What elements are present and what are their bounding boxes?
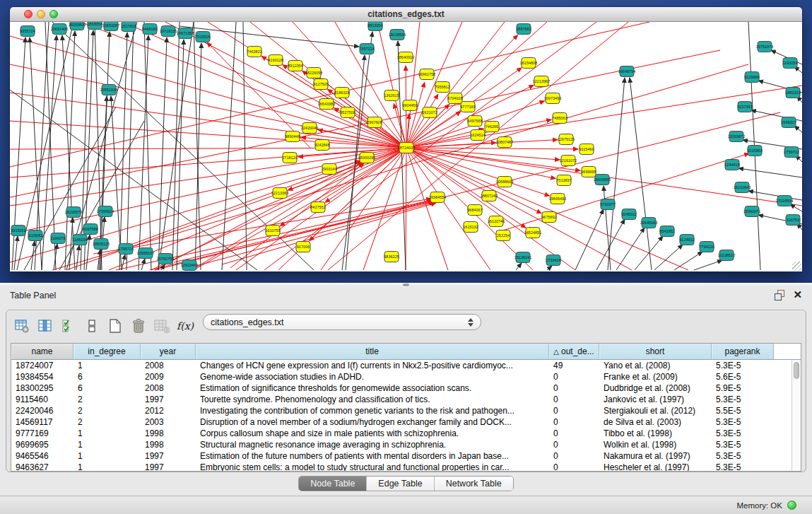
graph-node[interactable]: 8341952 bbox=[659, 226, 674, 237]
column-header-short[interactable]: short bbox=[599, 344, 712, 359]
graph-node[interactable]: 1795723 bbox=[118, 244, 133, 255]
graph-node[interactable]: 1610755 bbox=[265, 226, 280, 236]
graph-node[interactable]: 10238510 bbox=[718, 250, 735, 261]
graph-node[interactable]: 10653287 bbox=[102, 22, 119, 31]
close-panel-icon[interactable]: ✕ bbox=[793, 290, 802, 300]
table-row[interactable]: 1872400712008Changes of HCN gene express… bbox=[11, 360, 792, 371]
graph-node[interactable]: 9227343 bbox=[737, 102, 752, 112]
graph-node[interactable]: 1759702 bbox=[784, 147, 799, 158]
graph-node[interactable]: 10973493 bbox=[544, 93, 561, 104]
graph-node[interactable]: 7485063 bbox=[552, 113, 567, 124]
graph-node[interactable]: 9245012 bbox=[621, 209, 636, 220]
new-table-button[interactable] bbox=[105, 316, 125, 336]
graph-node[interactable]: 18300295 bbox=[358, 153, 375, 163]
graph-node[interactable]: 9777169 bbox=[460, 102, 475, 112]
graph-node[interactable]: 3915051 bbox=[11, 226, 25, 236]
graph-node[interactable]: 7794120 bbox=[699, 242, 714, 252]
graph-node[interactable]: 9684067 bbox=[467, 205, 482, 216]
graph-node[interactable]: 16210643 bbox=[734, 182, 751, 193]
graph-node[interactable]: 7515526 bbox=[195, 32, 210, 42]
graph-node[interactable]: 9215953 bbox=[747, 146, 762, 156]
graph-node[interactable]: 12093872 bbox=[728, 132, 745, 142]
graph-node[interactable]: 10688609 bbox=[496, 177, 513, 187]
graph-node[interactable]: 8912354 bbox=[288, 61, 302, 71]
graph-node[interactable]: 116753 bbox=[786, 215, 800, 226]
graph-node[interactable]: 18724007 bbox=[398, 143, 415, 153]
graph-node[interactable]: 15751074 bbox=[756, 42, 773, 52]
tab-node-table[interactable]: Node Table bbox=[299, 477, 366, 491]
graph-node[interactable]: 252254 bbox=[496, 230, 510, 241]
import-table-button[interactable] bbox=[152, 316, 172, 336]
column-header-out_de[interactable]: △out_de... bbox=[549, 344, 599, 359]
graph-node[interactable]: 10958107 bbox=[137, 248, 154, 259]
table-settings-button[interactable] bbox=[12, 316, 32, 336]
graph-node[interactable]: 16409955 bbox=[594, 175, 611, 185]
graph-node[interactable]: 9127505 bbox=[313, 79, 328, 90]
graph-node[interactable]: 1145194 bbox=[72, 235, 87, 245]
graph-node[interactable]: 9836225 bbox=[384, 252, 399, 262]
graph-node[interactable]: 9124502 bbox=[679, 235, 694, 245]
graph-node[interactable]: 12161072 bbox=[560, 156, 577, 166]
window-close-button[interactable] bbox=[24, 10, 33, 18]
graph-node[interactable]: 2718120 bbox=[282, 153, 297, 163]
graph-node[interactable]: 10719135 bbox=[160, 26, 177, 37]
graph-node[interactable]: 12923449 bbox=[181, 260, 198, 271]
graph-node[interactable]: 8186328 bbox=[334, 88, 349, 98]
graph-node[interactable]: 9890448 bbox=[285, 132, 300, 142]
graph-node[interactable]: 18226058 bbox=[305, 68, 322, 78]
table-scrollbar[interactable] bbox=[792, 360, 801, 471]
graph-node[interactable]: 19384554 bbox=[429, 192, 446, 203]
graph-node[interactable]: 18807249 bbox=[481, 191, 498, 201]
graph-node[interactable]: 15136141 bbox=[514, 252, 531, 263]
graph-node[interactable]: 1615132 bbox=[463, 222, 478, 233]
table-scrollbar-thumb[interactable] bbox=[794, 362, 799, 379]
graph-node[interactable]: 12975125 bbox=[558, 134, 575, 145]
graph-node[interactable]: 7955812 bbox=[435, 82, 449, 93]
graph-node[interactable]: 9242848 bbox=[314, 140, 329, 151]
row-height-button[interactable] bbox=[82, 316, 102, 336]
graph-node[interactable]: 1115682 bbox=[28, 230, 43, 241]
column-header-year[interactable]: year bbox=[141, 344, 196, 359]
graph-node[interactable]: 9160128 bbox=[268, 55, 283, 66]
graph-node[interactable]: 15992071 bbox=[743, 206, 760, 217]
table-row[interactable]: 946362711997Embryonic stem cells: a mode… bbox=[11, 462, 792, 471]
graph-node[interactable]: 14671358 bbox=[177, 28, 194, 39]
graph-node[interactable]: 6497568 bbox=[467, 116, 482, 127]
table-row[interactable]: 1830029562008Estimation of significance … bbox=[11, 382, 792, 394]
graph-node[interactable]: 14524851 bbox=[524, 228, 541, 238]
window-minimize-button[interactable] bbox=[37, 10, 45, 18]
graph-node[interactable]: 6794028 bbox=[447, 93, 462, 104]
graph-node[interactable]: 9115460 bbox=[579, 144, 594, 155]
graph-node[interactable]: 1527602 bbox=[121, 22, 136, 32]
graph-node[interactable]: 8427552 bbox=[310, 202, 325, 213]
delete-table-button[interactable] bbox=[129, 316, 148, 336]
graph-node[interactable]: 16120746 bbox=[488, 216, 505, 227]
column-header-pagerank[interactable]: pagerank bbox=[712, 344, 774, 359]
table-row[interactable]: 969969511998Structural magnetic resonanc… bbox=[11, 439, 792, 450]
tab-edge-table[interactable]: Edge Table bbox=[366, 477, 433, 491]
graph-node[interactable]: 12213363 bbox=[271, 188, 288, 199]
graph-node[interactable]: 7463822 bbox=[247, 47, 261, 57]
graph-node[interactable]: 9675692 bbox=[541, 212, 556, 223]
select-column-button[interactable] bbox=[35, 316, 55, 336]
graph-node[interactable]: 16154808 bbox=[520, 58, 537, 69]
column-header-in_degree[interactable]: in_degree bbox=[73, 344, 141, 359]
graph-node[interactable]: 9397588 bbox=[83, 224, 98, 235]
graph-node[interactable]: 9129966 bbox=[744, 72, 759, 83]
graph-node[interactable]: 2967608 bbox=[367, 117, 382, 128]
graph-node[interactable]: 7357224 bbox=[359, 44, 374, 54]
function-builder-button[interactable]: f(x) bbox=[175, 316, 195, 336]
graph-node[interactable]: 2887682 bbox=[516, 24, 531, 35]
graph-node[interactable]: 1621072 bbox=[422, 107, 437, 118]
graph-node[interactable]: 9699695 bbox=[581, 167, 596, 177]
graph-node[interactable]: 19665492 bbox=[549, 194, 566, 204]
network-window-titlebar[interactable]: citations_edges.txt bbox=[10, 7, 802, 22]
graph-node[interactable]: 16648794 bbox=[618, 66, 635, 77]
graph-node[interactable]: 17016504 bbox=[776, 196, 793, 206]
graph-node[interactable]: 6791977 bbox=[600, 199, 615, 210]
graph-node[interactable]: 1194275 bbox=[50, 233, 65, 244]
graph-node[interactable]: 1882203 bbox=[785, 88, 800, 98]
graph-node[interactable]: 7513837 bbox=[556, 175, 571, 186]
graph-node[interactable]: 2903144 bbox=[322, 164, 336, 175]
graph-node[interactable]: 16053809 bbox=[69, 22, 86, 30]
